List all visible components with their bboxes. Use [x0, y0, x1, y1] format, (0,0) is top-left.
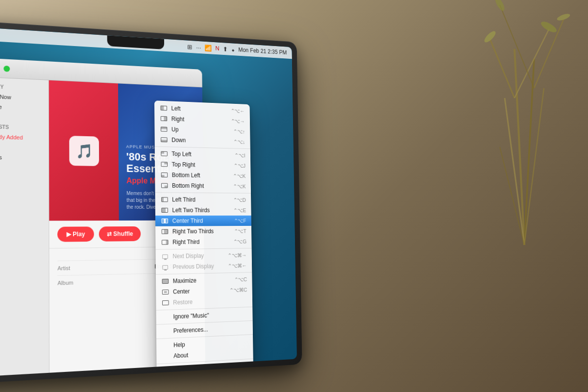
sidebar-item-radio[interactable]: Radio [0, 111, 49, 124]
bottom-right-shortcut: ⌃⌥K [233, 183, 245, 190]
menu-item-right-two-thirds[interactable]: Right Two Thirds⌃⌥T [155, 226, 251, 237]
menu-item-center-third[interactable]: Center Third⌃⌥F [155, 216, 251, 226]
right-two-thirds-label: Right Two Thirds [172, 228, 234, 235]
top-right-icon [161, 161, 168, 167]
desktop-scene: ⊞ ··· 📶 N ⬆ ⬥ Mon Feb 21 2:35 PM [0, 0, 588, 392]
shuffle-button[interactable]: ⇄ Shuffle [99, 226, 141, 242]
left-shortcut: ⌃⌥← [230, 108, 245, 114]
dots-icon[interactable]: ··· [196, 44, 201, 51]
next-display-icon-spacer [161, 253, 169, 259]
prev-display-shortcut: ⌃⌥⌘← [228, 263, 246, 269]
music-sidebar: Library Listen Now Browse Radio Playlist… [0, 77, 49, 378]
help-icon-spacer [162, 343, 170, 349]
right-label: Right [172, 116, 231, 124]
svg-line-3 [524, 88, 544, 245]
album-cover-art: 🎵 [49, 80, 119, 221]
menu-item-prev-display: Previous Display⌃⌥⌘← [156, 260, 252, 272]
prev-display-icon-spacer [161, 264, 169, 270]
right-two-thirds-icon [161, 229, 169, 235]
sidebar-item-songs[interactable]: Songs [0, 162, 49, 173]
bottom-left-label: Bottom Left [172, 172, 233, 179]
center-icon [162, 289, 170, 295]
bottom-right-icon [161, 183, 168, 189]
bottom-left-shortcut: ⌃⌥K [233, 173, 245, 179]
quit-label: Quit [173, 363, 248, 374]
maximize-button[interactable] [3, 65, 10, 72]
play-button[interactable]: ▶ Play [57, 226, 94, 242]
center-label: Center [173, 287, 230, 295]
ignore-icon-spacer [162, 314, 170, 320]
next-display-shortcut: ⌃⌥⌘→ [228, 252, 246, 258]
svg-line-6 [514, 29, 549, 98]
netflix-icon[interactable]: N [216, 45, 220, 52]
restore-icon [162, 300, 170, 306]
menu-item-down[interactable]: Down⌃⌥↓ [155, 134, 250, 147]
sidebar-item-recently-added[interactable]: Recently Added [0, 131, 49, 144]
right-third-icon [161, 239, 169, 245]
restore-label: Restore [173, 297, 247, 306]
down-label: Down [172, 137, 233, 145]
center-third-icon [161, 218, 169, 224]
wifi-icon[interactable]: 📶 [205, 44, 212, 51]
prev-display-label: Previous Display [172, 263, 228, 270]
bottom-left-icon [161, 172, 168, 178]
menubar-right: ⊞ ··· 📶 N ⬆ ⬥ Mon Feb 21 2:35 PM [187, 43, 287, 56]
separator-after-right-third [156, 248, 252, 250]
bluetooth-icon[interactable]: ⬥ [231, 46, 235, 53]
svg-point-12 [493, 0, 506, 12]
menu-item-left-two-thirds[interactable]: Left Two Thirds⌃⌥E [155, 205, 251, 216]
maximize-icon [162, 278, 170, 284]
macbook-frame: ⊞ ··· 📶 N ⬆ ⬥ Mon Feb 21 2:35 PM [0, 20, 302, 385]
right-third-shortcut: ⌃⌥G [233, 238, 246, 245]
sidebar-item-albums[interactable]: Albums [0, 152, 49, 164]
left-third-label: Left Third [172, 196, 233, 203]
separator-after-bottom-right [155, 192, 251, 193]
down-shortcut: ⌃⌥↓ [233, 139, 245, 145]
grid-icon[interactable]: ⊞ [187, 43, 192, 50]
bottom-right-label: Bottom Right [172, 182, 233, 190]
sidebar-section-playlists: Playlists [0, 122, 49, 133]
svg-line-0 [514, 49, 524, 245]
top-right-shortcut: ⌃⌥J [234, 163, 245, 169]
svg-point-10 [539, 20, 558, 34]
up-label: Up [172, 126, 233, 134]
preferences-icon-spacer [162, 328, 170, 335]
maximize-label: Maximize [173, 276, 234, 285]
album-label: Album [57, 279, 73, 286]
center-third-label: Center Third [172, 218, 234, 224]
top-left-label: Top Left [172, 150, 235, 158]
menu-item-bottom-right[interactable]: Bottom Right⌃⌥K [155, 180, 251, 192]
right-shortcut: ⌃⌥→ [231, 118, 245, 124]
apple-music-logo: 🎵 [69, 136, 99, 166]
menu-item-restore: Restore [156, 295, 252, 309]
menu-item-left-third[interactable]: Left Third⌃⌥D [155, 194, 251, 205]
maximize-shortcut: ⌃⌥C [234, 276, 247, 283]
left-icon [160, 105, 168, 111]
up-icon [160, 126, 168, 132]
menubar-datetime: Mon Feb 21 2:35 PM [238, 47, 287, 56]
macbook-display: ⊞ ··· 📶 N ⬆ ⬥ Mon Feb 21 2:35 PM [0, 20, 302, 392]
right-third-label: Right Third [172, 238, 233, 245]
center-third-shortcut: ⌃⌥F [234, 218, 246, 224]
quit-icon-spacer [162, 368, 170, 374]
about-icon-spacer [162, 353, 170, 360]
left-two-thirds-icon [161, 207, 168, 213]
ignore-label: Ignore "Music" [173, 311, 247, 320]
artist-label: Artist [57, 265, 70, 271]
menu-item-bottom-left[interactable]: Bottom Left⌃⌥K [155, 170, 250, 181]
left-label: Left [171, 105, 230, 114]
right-icon [160, 116, 168, 122]
svg-line-5 [490, 39, 514, 98]
preferences-label: Preferences... [173, 324, 247, 334]
about-label: About [173, 349, 248, 360]
menu-item-top-right[interactable]: Top Right⌃⌥J [155, 159, 250, 171]
top-right-label: Top Right [172, 161, 234, 169]
share-icon[interactable]: ⬆ [223, 45, 228, 52]
up-shortcut: ⌃⌥↑ [233, 128, 245, 135]
svg-point-9 [483, 29, 497, 44]
sidebar-item-artists[interactable]: Artists [0, 142, 49, 153]
menu-item-right-third[interactable]: Right Third⌃⌥G [155, 236, 251, 248]
macbook-screen: ⊞ ··· 📶 N ⬆ ⬥ Mon Feb 21 2:35 PM [0, 26, 297, 378]
next-display-label: Next Display [172, 252, 228, 260]
plant-decoration [475, 0, 573, 245]
